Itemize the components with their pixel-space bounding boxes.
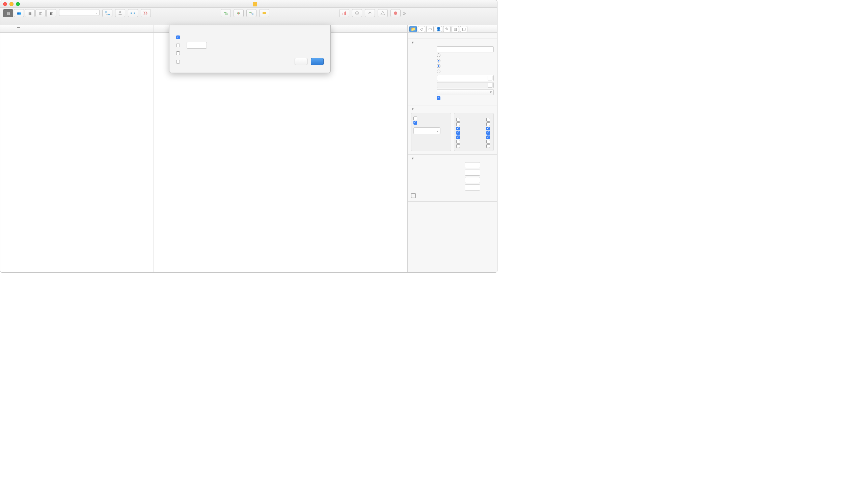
project-name-input[interactable] [437, 46, 494, 52]
eff-day-chk[interactable] [486, 131, 490, 135]
dates-undetermined-radio[interactable] [437, 53, 440, 57]
outline-header: ☰ [0, 25, 154, 33]
svg-rect-0 [105, 11, 107, 12]
app-window: ▤ 👥 ▦ ◫ ◧ ⌄ » [0, 0, 497, 273]
zoom-window-button[interactable] [16, 2, 20, 6]
catchup-button[interactable] [234, 9, 244, 17]
dur-yr-chk[interactable] [456, 144, 460, 148]
svg-rect-9 [252, 14, 253, 15]
disclosure-icon[interactable]: ▼ [411, 107, 414, 111]
reports-button[interactable] [339, 9, 349, 17]
interrupt-button[interactable] [128, 9, 138, 17]
leveling-dialog [169, 25, 331, 73]
opt-noearlier-checkbox[interactable] [176, 35, 180, 39]
chevron-icon: ⌄ [436, 129, 439, 132]
dur-day-chk[interactable] [456, 131, 460, 135]
cancel-button[interactable] [295, 58, 307, 65]
calendar-view-button[interactable]: ▦ [25, 9, 35, 17]
save-view-checkbox[interactable] [437, 96, 440, 100]
level-button[interactable] [221, 9, 231, 17]
ok-button[interactable] [311, 58, 324, 65]
eff-sec-chk[interactable] [486, 118, 490, 122]
svg-rect-3 [131, 12, 132, 14]
network-view-button[interactable]: ◫ [35, 9, 46, 17]
inspector-subtitle [408, 33, 497, 39]
end-date-input [437, 82, 494, 88]
conv-week-input[interactable] [465, 170, 480, 176]
svg-rect-5 [224, 12, 226, 13]
publish-button[interactable] [365, 9, 375, 17]
window-title [20, 2, 494, 6]
inspector-tab-custom[interactable]: ▢ [460, 26, 467, 32]
disclosure-icon[interactable]: ▼ [411, 157, 414, 160]
dur-wk-chk[interactable] [456, 135, 460, 139]
baseline-group: ⌄ [59, 9, 100, 17]
timeofday-checkbox[interactable] [413, 121, 417, 125]
outline-rows [0, 33, 154, 273]
calendar-icon [411, 193, 416, 198]
seconds-checkbox[interactable] [413, 117, 417, 120]
critical-button[interactable] [141, 9, 151, 17]
inspector-tab-resource[interactable]: 👤 [435, 26, 442, 32]
set-baseline-button[interactable] [259, 9, 269, 17]
opt-split-input[interactable] [187, 42, 207, 49]
baseline-select[interactable]: ⌄ [59, 9, 100, 16]
change-workweek-button[interactable] [411, 193, 494, 198]
inspector-tab-project[interactable]: 📁 [409, 26, 417, 32]
project-data-section: ▼ ⇵ [408, 39, 497, 105]
svg-rect-11 [343, 13, 343, 15]
dates-format-col: ⌄ [411, 113, 451, 151]
opt-selected-checkbox[interactable] [176, 60, 180, 64]
conv-month-input[interactable] [465, 177, 480, 183]
formats-section: ▼ ⌄ [408, 105, 497, 155]
dur-hr-chk[interactable] [456, 127, 460, 130]
eff-yr-chk[interactable] [486, 144, 490, 148]
eff-min-chk[interactable] [486, 122, 490, 126]
simulate-button[interactable] [352, 9, 362, 17]
svg-rect-8 [249, 12, 251, 13]
start-date-input[interactable] [437, 75, 494, 81]
outline-panel: ☰ [0, 25, 154, 273]
dur-min-chk[interactable] [456, 122, 460, 126]
dir-forward-radio[interactable] [437, 64, 440, 68]
inspector-tab-columns[interactable]: ▥ [452, 26, 459, 32]
dur-mo-chk[interactable] [456, 140, 460, 144]
minimize-window-button[interactable] [9, 2, 13, 6]
svg-rect-13 [345, 11, 346, 15]
inspector-tab-milestone[interactable]: ◇ [418, 26, 425, 32]
toolbar-overflow-button[interactable]: » [403, 9, 409, 17]
connect-button[interactable] [102, 9, 112, 17]
conv-year-input[interactable] [465, 184, 480, 191]
inspector-tab-styles[interactable]: ✎ [443, 26, 451, 32]
conv-day-input[interactable] [465, 162, 480, 168]
svg-rect-1 [108, 14, 110, 15]
reschedule-button[interactable] [246, 9, 256, 17]
dur-sec-chk[interactable] [456, 118, 460, 122]
dates-specified-radio[interactable] [437, 59, 440, 62]
currency-select[interactable]: ⌄ [413, 127, 440, 134]
eff-mo-chk[interactable] [486, 140, 490, 144]
style-view-button[interactable]: ◧ [46, 9, 56, 17]
eff-hr-chk[interactable] [486, 127, 490, 130]
dir-backward-radio[interactable] [437, 70, 440, 73]
inspector-tab-task[interactable]: ▭ [426, 26, 434, 32]
conversion-section: ▼ [408, 155, 497, 202]
view-group: ▤ 👥 ▦ ◫ ◧ [3, 9, 56, 18]
opt-split-checkbox[interactable] [176, 44, 180, 47]
list-icon[interactable]: ☰ [17, 27, 21, 31]
eff-wk-chk[interactable] [486, 135, 490, 139]
inspector-panel: 📁 ◇ ▭ 👤 ✎ ▥ ▢ ▼ ⇵ [408, 25, 497, 273]
violations-button[interactable] [390, 9, 401, 17]
detail-select[interactable]: ⇵ [437, 89, 494, 95]
gantt-view-button[interactable]: ▤ [3, 9, 13, 17]
svg-point-16 [394, 11, 397, 15]
opt-auto-checkbox[interactable] [176, 51, 180, 55]
resource-view-button[interactable]: 👥 [14, 9, 24, 17]
toolbar: ▤ 👥 ▦ ◫ ◧ ⌄ » [0, 8, 497, 25]
svg-point-15 [356, 13, 357, 14]
disclosure-icon[interactable]: ▼ [411, 41, 414, 44]
svg-point-2 [119, 11, 121, 13]
close-window-button[interactable] [3, 2, 7, 6]
track-button[interactable] [378, 9, 388, 17]
assign-button[interactable] [115, 9, 125, 17]
